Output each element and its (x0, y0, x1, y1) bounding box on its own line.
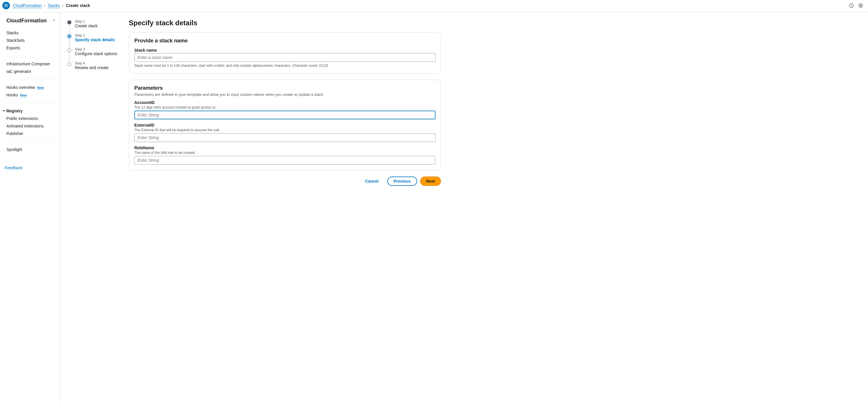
step-indicator-pending-icon (67, 62, 71, 66)
next-button[interactable]: Next (420, 176, 441, 186)
step-indicator-done-icon (67, 20, 71, 24)
sidebar-title: CloudFormation (6, 18, 47, 24)
sidebar-section-label: Registry (6, 109, 23, 113)
sidebar-section-registry[interactable]: Registry (2, 107, 56, 115)
param-externalid-input[interactable] (134, 133, 435, 142)
sidebar-item-hooks-overview[interactable]: Hooks overview New (6, 84, 56, 91)
new-badge: New (37, 86, 44, 90)
step-label: Step 3 (75, 47, 117, 51)
sidebar-item-public-ext[interactable]: Public extensions (6, 115, 56, 122)
settings-icon[interactable] (858, 3, 863, 8)
step-label: Step 2 (75, 33, 115, 37)
param-rolename-desc: The name of the IAM role to be created (134, 151, 435, 155)
wizard-step-1[interactable]: Step 1 Create stack (67, 20, 124, 33)
step-title: Specify stack details (75, 37, 115, 42)
panel-stack-name: Provide a stack name Stack name Stack na… (129, 32, 441, 74)
param-externalid-desc: The External ID that will be required to… (134, 128, 435, 132)
svg-point-2 (851, 5, 852, 5)
sidebar-item-stacksets[interactable]: StackSets (6, 36, 56, 44)
wizard-step-3[interactable]: Step 3 Configure stack options (67, 47, 124, 61)
chevron-right-icon: › (44, 3, 45, 8)
param-accountid-input[interactable] (134, 111, 435, 119)
step-title: Review and create (75, 65, 108, 70)
breadcrumb-home[interactable]: CloudFormation (13, 3, 42, 8)
step-label: Step 4 (75, 61, 108, 65)
sidebar-item-hooks[interactable]: Hooks New (6, 91, 56, 99)
step-indicator-active-icon (67, 34, 71, 38)
caret-down-icon (2, 110, 5, 112)
panel-parameters: Parameters Parameters are defined in you… (129, 80, 441, 171)
topbar-left: CloudFormation › Stacks › Create stack (2, 2, 90, 9)
svg-point-4 (860, 5, 862, 6)
stack-name-hint: Stack name must be 1 to 128 characters, … (134, 64, 435, 68)
topbar-right (849, 3, 863, 8)
page-title: Specify stack details (129, 19, 441, 27)
previous-button[interactable]: Previous (387, 176, 417, 186)
svg-marker-3 (859, 3, 863, 7)
param-externalid-label: ExternalID (134, 123, 435, 127)
sidebar-item-infra-composer[interactable]: Infrastructure Composer (6, 60, 56, 68)
wizard-step-4[interactable]: Step 4 Review and create (67, 61, 124, 75)
panel-heading: Parameters (134, 85, 435, 91)
new-badge: New (20, 93, 27, 97)
breadcrumb: CloudFormation › Stacks › Create stack (13, 3, 90, 8)
sidebar-item-label: Hooks (6, 93, 18, 97)
info-icon[interactable] (849, 3, 854, 8)
feedback-link[interactable]: Feedback (5, 166, 22, 170)
breadcrumb-current: Create stack (66, 3, 90, 8)
content-area: Specify stack details Provide a stack na… (129, 12, 448, 403)
param-rolename-input[interactable] (134, 156, 435, 165)
panel-heading: Provide a stack name (134, 38, 435, 44)
stack-name-input[interactable] (134, 53, 435, 62)
sidebar-item-spotlight[interactable]: Spotlight (6, 146, 56, 153)
topbar: CloudFormation › Stacks › Create stack (0, 0, 868, 12)
wizard-step-2[interactable]: Step 2 Specify stack details (67, 33, 124, 47)
menu-button[interactable] (2, 2, 10, 9)
cancel-button[interactable]: Cancel (360, 176, 384, 186)
sidebar-item-label: Hooks overview (6, 85, 35, 90)
sidebar-collapse-button[interactable] (52, 18, 56, 23)
stack-name-label: Stack name (134, 48, 435, 53)
panel-subtitle: Parameters are defined in your template … (134, 92, 435, 97)
chevron-right-icon: › (62, 3, 64, 8)
param-accountid-label: AccountID (134, 100, 435, 105)
sidebar-item-exports[interactable]: Exports (6, 44, 56, 52)
breadcrumb-stacks[interactable]: Stacks (48, 3, 60, 8)
param-rolename-label: RoleName (134, 145, 435, 150)
step-title: Create stack (75, 24, 98, 28)
sidebar-item-publisher[interactable]: Publisher (6, 130, 56, 137)
sidebar: CloudFormation Stacks StackSets Exports … (0, 12, 60, 403)
action-bar: Cancel Previous Next (129, 176, 441, 186)
step-label: Step 1 (75, 20, 98, 24)
param-accountid-desc: The 12 digit AWS account number to grant… (134, 106, 435, 110)
wizard-steps: Step 1 Create stack Step 2 Specify stack… (60, 12, 129, 403)
sidebar-item-activated-ext[interactable]: Activated extensions (6, 122, 56, 130)
step-title: Configure stack options (75, 51, 117, 56)
step-indicator-pending-icon (67, 48, 71, 52)
sidebar-item-stacks[interactable]: Stacks (6, 29, 56, 36)
sidebar-item-iac-generator[interactable]: IaC generator (6, 68, 56, 75)
